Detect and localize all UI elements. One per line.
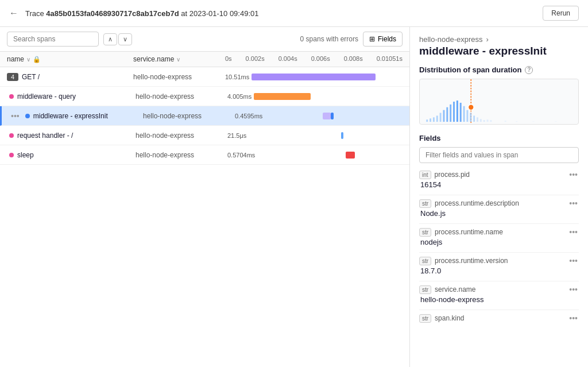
svg-rect-16 [470,113,471,122]
trace-id: 4a85b0153fa0468930717c8ab17ceb7d [46,9,179,18]
rerun-button[interactable]: Rerun [543,6,579,21]
field-key-text-runtime-desc: process.runtime.description [435,199,564,207]
field-menu-button-pid[interactable]: ••• [568,170,579,179]
field-value-runtime-ver: 18.7.0 [419,266,579,275]
timeline-req-handler: 21.5μs [227,131,403,140]
row-service-sleep: hello-node-express [136,151,227,159]
svg-rect-25 [533,121,535,122]
trace-timestamp: 2023-01-10 09:49:01 [189,9,259,18]
bar-marker-mw-express [331,113,334,119]
field-item-runtime-desc: str process.runtime.description ••• Node… [419,199,579,218]
svg-rect-21 [487,119,489,122]
dot-icon [9,153,14,157]
svg-rect-14 [463,106,465,122]
nav-down-button[interactable]: ∨ [118,33,132,45]
table-row[interactable]: ••• middleware - expressInit hello-node-… [0,106,409,126]
lock-icon: 🔒 [33,56,41,63]
row-service-get: hello-node-express [133,73,225,81]
svg-rect-11 [453,102,455,122]
row-label-mw-express: middleware - expressInit [33,112,108,120]
row-service-mw-query: hello-node-express [136,92,227,101]
table-body: 4 GET / hello-node-express 10.51ms [0,67,409,367]
dot-icon [9,133,14,138]
table-row[interactable]: sleep hello-node-express 0.5704ms [0,145,409,165]
left-panel: ∧ ∨ 0 spans with errors ⊞ Fields name ∨ … [0,27,410,367]
field-type-str: str [419,228,431,237]
field-key-runtime-name: str process.runtime.name ••• [419,227,579,237]
dot-icon [9,94,14,99]
fields-title: Fields [419,134,579,142]
table-row[interactable]: request handler - / hello-node-express 2… [0,126,409,145]
tl-5: 0.01051s [377,55,403,63]
rp-service-name: hello-node-express › [419,35,579,44]
field-item-span-kind: str span.kind ••• [419,314,579,323]
svg-rect-3 [426,119,428,122]
tl-4: 0.008s [344,55,363,63]
field-key-runtime-ver: str process.runtime.version ••• [419,256,579,265]
row-name-mw-query: middleware - query [9,92,136,101]
field-key-pid: int process.pid ••• [419,170,579,179]
svg-rect-20 [483,120,485,122]
svg-rect-17 [473,115,475,122]
field-item-runtime-name: str process.runtime.name ••• nodejs [419,227,579,246]
row-timeline-req-handler: 21.5μs [227,131,403,140]
row-timeline-mw-query: 4.005ms [227,92,403,101]
nav-buttons: ∧ ∨ [103,33,132,45]
bar-req-handler [249,131,403,140]
help-icon: ? [525,66,533,74]
distribution-title-label: Distribution of span duration [419,65,521,74]
svg-rect-10 [450,105,451,122]
bar-fill-get [252,74,375,80]
tl-3: 0.006s [311,55,330,63]
distribution-svg [420,79,578,124]
svg-rect-19 [480,119,482,122]
timeline-mw-express: 0.4595ms [235,111,403,121]
field-key-runtime-desc: str process.runtime.description ••• [419,199,579,208]
more-options-icon[interactable]: ••• [11,111,20,121]
svg-rect-7 [440,113,442,122]
row-service-mw-express: hello-node-express [143,112,235,120]
table-row[interactable]: middleware - query hello-node-express 4.… [0,87,409,106]
field-divider [419,195,579,195]
bar-fill-mw-express [323,113,331,119]
tl-1: 0.002s [246,55,265,63]
field-value-service-name: hello-node-express [419,295,579,304]
title-prefix: Trace [25,9,46,18]
field-menu-button-runtime-name[interactable]: ••• [568,227,579,237]
search-input[interactable] [7,32,99,47]
field-menu-button-runtime-desc[interactable]: ••• [568,199,579,208]
bar-sleep [257,150,403,160]
svg-rect-22 [490,120,492,122]
field-menu-button-service-name[interactable]: ••• [568,285,579,294]
back-button[interactable]: ← [9,8,18,18]
field-key-service-name: str service.name ••• [419,285,579,294]
row-name-mw-express: ••• middleware - expressInit [11,111,143,121]
duration-sleep: 0.5704ms [227,152,255,159]
field-type-str: str [419,285,431,294]
duration-req-handler: 21.5μs [227,132,246,139]
row-service-req-handler: hello-node-express [136,132,227,140]
row-name-sleep: sleep [9,151,136,159]
field-menu-button-span-kind[interactable]: ••• [568,314,579,323]
svg-rect-24 [516,121,517,122]
field-divider [419,281,579,281]
row-timeline-get: 10.51ms [225,72,403,82]
errors-badge: 0 spans with errors [300,35,358,43]
field-key-text-span-kind: span.kind [435,314,564,322]
field-menu-button-runtime-ver[interactable]: ••• [568,256,579,265]
fields-icon: ⊞ [369,35,375,43]
rp-span-title: middleware - expressInit [419,45,579,57]
table-row[interactable]: 4 GET / hello-node-express 10.51ms [0,67,409,87]
bar-fill-mw-query [254,93,310,100]
row-timeline-sleep: 0.5704ms [227,150,403,160]
fields-button[interactable]: ⊞ Fields [363,32,403,47]
nav-up-button[interactable]: ∧ [103,33,117,45]
trace-at: at [181,9,187,18]
col-name-header: name ∨ 🔒 [7,55,133,63]
col-service-header: service.name ∨ [133,55,225,63]
svg-rect-15 [466,110,468,122]
timeline-labels: 0s 0.002s 0.004s 0.006s 0.008s 0.01051s [225,55,403,63]
bar-get [252,72,403,82]
timeline-mw-query: 4.005ms [227,92,403,101]
fields-filter-input[interactable] [419,147,579,163]
